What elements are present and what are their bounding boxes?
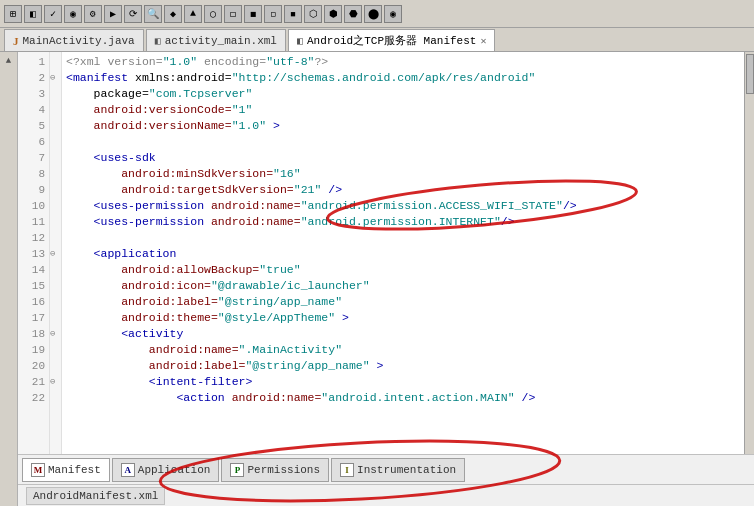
bottom-tab-manifest-label: Manifest bbox=[48, 464, 101, 476]
toolbar-icon-11[interactable]: ◯ bbox=[204, 5, 222, 23]
code-container: 12345 678910 1112131415 1617181920 2122 … bbox=[18, 52, 754, 454]
bottom-tab-application-label: Application bbox=[138, 464, 211, 476]
code-line-10: <uses-permission android:name="android.p… bbox=[66, 198, 740, 214]
toolbar-icon-12[interactable]: ◻ bbox=[224, 5, 242, 23]
toolbar-icon-5[interactable]: ⚙ bbox=[84, 5, 102, 23]
application-tab-icon: A bbox=[121, 463, 135, 477]
code-line-6 bbox=[66, 134, 740, 150]
code-line-11: <uses-permission android:name="android.p… bbox=[66, 214, 740, 230]
main-container: ▲ 12345 678910 1112131415 1617181920 212… bbox=[0, 52, 754, 506]
fold-indicators: ⊖ ⊖ ⊖ ⊖ bbox=[50, 52, 62, 454]
toolbar-icon-10[interactable]: ▲ bbox=[184, 5, 202, 23]
bottom-tab-application[interactable]: A Application bbox=[112, 458, 220, 482]
code-line-9: android:targetSdkVersion="21" /> bbox=[66, 182, 740, 198]
toolbar-icon-6[interactable]: ▶ bbox=[104, 5, 122, 23]
file-path-bar: AndroidManifest.xml bbox=[18, 484, 754, 506]
toolbar-icon-4[interactable]: ◉ bbox=[64, 5, 82, 23]
code-line-22: <action android:name="android.intent.act… bbox=[66, 390, 740, 406]
code-line-21: <intent-filter> bbox=[66, 374, 740, 390]
code-line-2: <manifest xmlns:android="http://schemas.… bbox=[66, 70, 740, 86]
code-line-16: android:label="@string/app_name" bbox=[66, 294, 740, 310]
file-path-item[interactable]: AndroidManifest.xml bbox=[26, 487, 165, 505]
toolbar-icon-16[interactable]: ⬡ bbox=[304, 5, 322, 23]
code-line-12 bbox=[66, 230, 740, 246]
toolbar-icon-7[interactable]: ⟳ bbox=[124, 5, 142, 23]
tab-label-mainactivity: MainActivity.java bbox=[23, 35, 135, 47]
code-editor[interactable]: <?xml version="1.0" encoding="utf-8"?> <… bbox=[62, 52, 744, 454]
tab-close-manifest[interactable]: ✕ bbox=[480, 35, 486, 47]
toolbar-icon-17[interactable]: ⬢ bbox=[324, 5, 342, 23]
code-line-18: <activity bbox=[66, 326, 740, 342]
vertical-scrollbar[interactable] bbox=[744, 52, 754, 454]
code-line-13: <application bbox=[66, 246, 740, 262]
tab-label-activitymain: activity_main.xml bbox=[165, 35, 277, 47]
toolbar-icon-13[interactable]: ◼ bbox=[244, 5, 262, 23]
code-line-19: android:name=".MainActivity" bbox=[66, 342, 740, 358]
tab-icon-java: J bbox=[13, 35, 19, 47]
code-line-1: <?xml version="1.0" encoding="utf-8"?> bbox=[66, 54, 740, 70]
code-line-7: <uses-sdk bbox=[66, 150, 740, 166]
editor-area: 12345 678910 1112131415 1617181920 2122 … bbox=[18, 52, 754, 506]
toolbar-icon-3[interactable]: ✓ bbox=[44, 5, 62, 23]
bottom-tab-permissions-label: Permissions bbox=[247, 464, 320, 476]
tab-label-manifest: Android之TCP服务器 Manifest bbox=[307, 33, 476, 48]
code-line-4: android:versionCode="1" bbox=[66, 102, 740, 118]
toolbar-icon-19[interactable]: ⬤ bbox=[364, 5, 382, 23]
tab-icon-xml: ◧ bbox=[155, 35, 161, 47]
bottom-tab-manifest[interactable]: M Manifest bbox=[22, 458, 110, 482]
instrumentation-tab-icon: I bbox=[340, 463, 354, 477]
left-gutter: ▲ bbox=[0, 52, 18, 506]
bottom-tab-instrumentation-label: Instrumentation bbox=[357, 464, 456, 476]
code-line-17: android:theme="@style/AppTheme" > bbox=[66, 310, 740, 326]
tab-activitymain[interactable]: ◧ activity_main.xml bbox=[146, 29, 286, 51]
toolbar-icon-18[interactable]: ⬣ bbox=[344, 5, 362, 23]
toolbar-icon-14[interactable]: ◽ bbox=[264, 5, 282, 23]
manifest-tab-icon: M bbox=[31, 463, 45, 477]
bottom-tab-permissions[interactable]: P Permissions bbox=[221, 458, 329, 482]
permissions-tab-icon: P bbox=[230, 463, 244, 477]
toolbar-icon-8[interactable]: 🔍 bbox=[144, 5, 162, 23]
code-line-14: android:allowBackup="true" bbox=[66, 262, 740, 278]
code-line-15: android:icon="@drawable/ic_launcher" bbox=[66, 278, 740, 294]
code-line-8: android:minSdkVersion="16" bbox=[66, 166, 740, 182]
toolbar-icon-9[interactable]: ◆ bbox=[164, 5, 182, 23]
code-line-20: android:label="@string/app_name" > bbox=[66, 358, 740, 374]
code-line-3: package="com.Tcpserver" bbox=[66, 86, 740, 102]
toolbar: ⊞ ◧ ✓ ◉ ⚙ ▶ ⟳ 🔍 ◆ ▲ ◯ ◻ ◼ ◽ ◾ ⬡ ⬢ ⬣ ⬤ ◉ bbox=[0, 0, 754, 28]
tab-icon-manifest: ◧ bbox=[297, 35, 303, 47]
bottom-panel: M Manifest A Application P Permissions I… bbox=[18, 454, 754, 484]
toolbar-icon-2[interactable]: ◧ bbox=[24, 5, 42, 23]
tab-manifest[interactable]: ◧ Android之TCP服务器 Manifest ✕ bbox=[288, 29, 495, 51]
code-line-5: android:versionName="1.0" > bbox=[66, 118, 740, 134]
toolbar-icon-15[interactable]: ◾ bbox=[284, 5, 302, 23]
bottom-tab-instrumentation[interactable]: I Instrumentation bbox=[331, 458, 465, 482]
line-numbers: 12345 678910 1112131415 1617181920 2122 bbox=[18, 52, 50, 454]
scrollbar-thumb[interactable] bbox=[746, 54, 754, 94]
tab-bar: J MainActivity.java ◧ activity_main.xml … bbox=[0, 28, 754, 52]
tab-mainactivity[interactable]: J MainActivity.java bbox=[4, 29, 144, 51]
toolbar-icon-20[interactable]: ◉ bbox=[384, 5, 402, 23]
toolbar-icon-1[interactable]: ⊞ bbox=[4, 5, 22, 23]
scroll-up-arrow[interactable]: ▲ bbox=[6, 54, 11, 68]
